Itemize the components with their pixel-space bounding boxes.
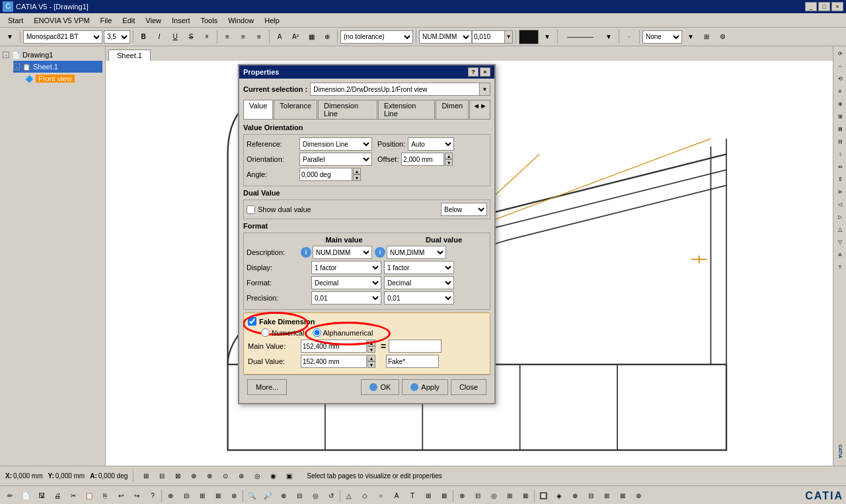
bt1[interactable]: ✏ xyxy=(3,489,17,503)
rt-btn7[interactable]: ⊠ xyxy=(834,123,846,135)
fake-dim-checkbox[interactable] xyxy=(248,317,256,326)
rt-btn1[interactable]: ⟳ xyxy=(834,48,846,59)
display-dual-select[interactable]: 1 factor xyxy=(384,261,454,274)
tree-item-drawing[interactable]: - 📄 Drawing1 xyxy=(3,49,102,61)
dot-btn[interactable]: · xyxy=(622,30,636,44)
bt8[interactable]: ↩ xyxy=(114,489,128,503)
align-left[interactable]: ≡ xyxy=(220,30,235,44)
bt15[interactable]: ⊛ xyxy=(227,489,241,503)
close-button[interactable]: × xyxy=(831,2,843,11)
bt30[interactable]: ⊟ xyxy=(471,489,485,503)
menu-start[interactable]: Start xyxy=(3,15,28,26)
underline-button[interactable]: U xyxy=(168,30,182,44)
apply-button[interactable]: Apply xyxy=(402,379,448,395)
precision-dual-select[interactable]: 0,01 xyxy=(384,291,454,305)
expand-sheet[interactable]: - xyxy=(13,63,20,70)
fake-main-value-input[interactable] xyxy=(301,340,367,353)
bt26[interactable]: T xyxy=(405,489,420,503)
bt40[interactable]: ⊛ xyxy=(631,489,646,503)
radio-alphanumerical-label[interactable]: Alphanumerical xyxy=(313,328,373,337)
rt-btn16[interactable]: ▽ xyxy=(834,236,846,248)
snap-btn6[interactable]: ⊙ xyxy=(218,469,233,484)
rt-btn10[interactable]: ⇔ xyxy=(834,161,846,172)
bt20[interactable]: ◎ xyxy=(308,489,323,503)
rt-btn9[interactable]: ↕ xyxy=(834,148,846,160)
bt27[interactable]: ⊞ xyxy=(421,489,436,503)
description-main-select[interactable]: NUM.DIMM xyxy=(313,246,372,259)
menu-tools[interactable]: Tools xyxy=(195,15,223,26)
none-select[interactable]: None xyxy=(642,30,682,44)
fake-dual-value-input[interactable] xyxy=(301,355,367,368)
bt19[interactable]: ⊟ xyxy=(292,489,307,503)
align-right[interactable]: ≡ xyxy=(252,30,266,44)
tab-dimen[interactable]: Dimen xyxy=(436,100,469,119)
tab-dimension-line[interactable]: Dimension Line xyxy=(318,100,377,119)
none-dropdown[interactable]: ▼ xyxy=(683,30,698,44)
snap-btn7[interactable]: ⊛ xyxy=(234,469,249,484)
dialog-help-button[interactable]: ? xyxy=(468,67,479,77)
bt9[interactable]: ↪ xyxy=(130,489,144,503)
orientation-select[interactable]: Parallel xyxy=(299,153,372,166)
bt13[interactable]: ⊞ xyxy=(195,489,210,503)
tolerance-select[interactable]: (no tolerance) xyxy=(340,30,413,44)
font-select[interactable]: Monospac821 BT xyxy=(23,30,102,44)
bt22[interactable]: △ xyxy=(342,489,356,503)
color-btn[interactable]: ■ xyxy=(519,30,539,44)
offset-input[interactable] xyxy=(401,153,444,166)
snap-btn8[interactable]: ◎ xyxy=(250,469,264,484)
snap-btn3[interactable]: ⊠ xyxy=(171,469,185,484)
fake-main-down[interactable]: ▼ xyxy=(367,346,375,353)
menu-insert[interactable]: Insert xyxy=(167,15,196,26)
bt10[interactable]: ? xyxy=(145,489,160,503)
rt-btn8[interactable]: ⊟ xyxy=(834,135,846,147)
snap-btn[interactable]: ⊞ xyxy=(139,469,153,484)
description-dual-select[interactable]: NUM,DIMM xyxy=(387,246,446,259)
bt39[interactable]: ⊠ xyxy=(615,489,630,503)
snap-btn4[interactable]: ⊕ xyxy=(186,469,201,484)
bt33[interactable]: ⊠ xyxy=(518,489,533,503)
snap-btn9[interactable]: ◉ xyxy=(266,469,280,484)
bt18[interactable]: ⊕ xyxy=(276,489,291,503)
rt-btn4[interactable]: ≡ xyxy=(834,85,846,97)
tab-more[interactable]: ◄► xyxy=(469,100,490,119)
special-btn[interactable]: ⊕ xyxy=(320,30,334,44)
color-dropdown[interactable]: ▼ xyxy=(540,30,555,44)
format-dual-select[interactable]: Decimal xyxy=(384,276,454,289)
bt24[interactable]: ○ xyxy=(373,489,388,503)
bt37[interactable]: ⊟ xyxy=(584,489,598,503)
grid-btn[interactable]: ⊞ xyxy=(699,30,714,44)
bt14[interactable]: ⊠ xyxy=(211,489,225,503)
bt3[interactable]: 🖫 xyxy=(34,489,49,503)
toolbar-arrow[interactable]: ▼ xyxy=(3,30,17,44)
menu-file[interactable]: File xyxy=(95,15,118,26)
frame-btn[interactable]: ▦ xyxy=(304,30,319,44)
bt31[interactable]: ◎ xyxy=(486,489,501,503)
numdimm-select[interactable]: NUM.DIMM xyxy=(419,30,472,44)
rt-btn18[interactable]: T xyxy=(834,261,846,273)
tree-item-frontview[interactable]: 🔷 Front view xyxy=(24,73,102,85)
bt16[interactable]: 🔍 xyxy=(245,489,259,503)
radio-alphanumerical[interactable] xyxy=(313,328,321,337)
tab-extension-line[interactable]: Extension Line xyxy=(378,100,435,119)
expand-drawing[interactable]: - xyxy=(3,52,9,58)
text-btn[interactable]: A xyxy=(272,30,287,44)
minimize-button[interactable]: _ xyxy=(805,2,817,11)
fake-main-up[interactable]: ▲ xyxy=(367,340,375,346)
show-dual-checkbox[interactable] xyxy=(247,205,255,214)
bt12[interactable]: ⊟ xyxy=(179,489,194,503)
bt2[interactable]: 📄 xyxy=(19,489,33,503)
bt25[interactable]: A xyxy=(389,489,404,503)
bt11[interactable]: ⊕ xyxy=(163,489,178,503)
description-info-dual[interactable]: i xyxy=(375,247,385,258)
precision-main-select[interactable]: 0,01 xyxy=(311,291,381,305)
bt29[interactable]: ⊕ xyxy=(455,489,469,503)
close-dialog-button[interactable]: Close xyxy=(451,379,486,395)
italic-button[interactable]: I xyxy=(152,30,167,44)
tab-tolerance[interactable]: Tolerance xyxy=(274,100,317,119)
fake-dual-up[interactable]: ▲ xyxy=(367,355,375,361)
more-button[interactable]: More... xyxy=(247,379,287,395)
rt-btn6[interactable]: ⊞ xyxy=(834,110,846,122)
radio-numerical-label[interactable]: Numerical xyxy=(261,328,305,337)
rt-btn14[interactable]: ▷ xyxy=(834,211,846,223)
position-select[interactable]: Auto xyxy=(408,137,454,151)
